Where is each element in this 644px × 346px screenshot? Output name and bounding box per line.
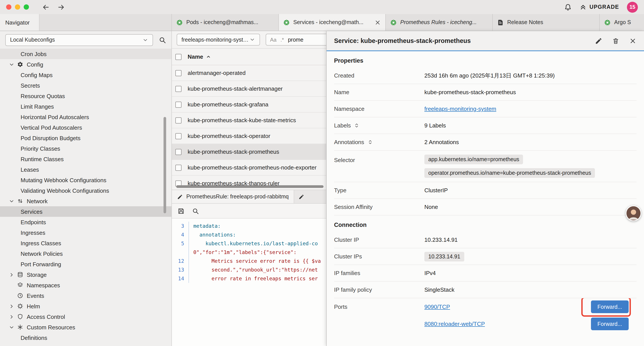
- match-case-toggle[interactable]: Aa: [270, 36, 276, 43]
- sidebar-item-endpoints[interactable]: Endpoints: [0, 217, 172, 227]
- notification-count-badge[interactable]: 15: [627, 1, 638, 12]
- shield-icon: [17, 314, 23, 320]
- sidebar-item-horizontal-pod-autoscalers[interactable]: Horizontal Pod Autoscalers: [0, 112, 172, 122]
- sidebar-item-resource-quotas[interactable]: Resource Quotas: [0, 91, 172, 101]
- table-row[interactable]: kube-prometheus-stack-kube-state-metrics: [172, 113, 326, 128]
- tab-argo[interactable]: Argo S: [600, 14, 644, 31]
- sidebar-item-priority-classes[interactable]: Priority Classes: [0, 143, 172, 154]
- tab-pods[interactable]: Pods - icecheng@mathmas...: [172, 14, 279, 31]
- connection-row-cluster-ips: Cluster IPs 10.233.14.91: [334, 248, 636, 265]
- table-row[interactable]: kube-prometheus-stack-grafana: [172, 97, 326, 113]
- regex-toggle[interactable]: .*: [280, 36, 284, 43]
- namespace-filter-dropdown[interactable]: freeleaps-monitoring-system: [177, 34, 260, 45]
- chevron-right-icon: [9, 272, 14, 278]
- sidebar-item-access-control[interactable]: Access Control: [0, 311, 172, 322]
- tab-bar: Navigator Pods - icecheng@mathmas... Ser…: [0, 14, 644, 31]
- avatar[interactable]: [626, 205, 641, 221]
- sidebar-item-mutating-webhook-configurations[interactable]: Mutating Webhook Configurations: [0, 175, 172, 185]
- sidebar-item-config-maps[interactable]: Config Maps: [0, 70, 172, 80]
- chevron-down-icon: [142, 37, 148, 43]
- port-link-8080[interactable]: 8080:reloader-web/TCP: [424, 321, 591, 327]
- sidebar-item-ingresses[interactable]: Ingresses: [0, 227, 172, 238]
- sidebar-item-validating-webhook-configurations[interactable]: Validating Webhook Configurations: [0, 185, 172, 196]
- row-checkbox[interactable]: [175, 149, 182, 155]
- forward-button-9090[interactable]: Forward...: [591, 301, 629, 313]
- row-checkbox[interactable]: [175, 70, 182, 76]
- sidebar-item-vertical-pod-autoscalers[interactable]: Vertical Pod Autoscalers: [0, 122, 172, 133]
- cluster-ip-badge: 10.233.14.91: [424, 252, 464, 261]
- upgrade-button[interactable]: UPGRADE: [579, 3, 619, 10]
- sidebar-item-namespaces[interactable]: Namespaces: [0, 280, 172, 290]
- sidebar-item-secrets[interactable]: Secrets: [0, 80, 172, 91]
- sidebar-item-services[interactable]: Services: [0, 206, 172, 217]
- property-row-annotations: Annotations 2 Annotations: [334, 134, 636, 151]
- table-body: alertmanager-operated kube-prometheus-st…: [172, 65, 326, 190]
- services-list-panel: freeleaps-monitoring-system Aa .* prome …: [172, 31, 326, 346]
- table-row[interactable]: kube-prometheus-stack-operator: [172, 128, 326, 144]
- tab-release-notes[interactable]: Release Notes: [493, 14, 600, 31]
- sidebar-item-network-policies[interactable]: Network Policies: [0, 248, 172, 259]
- horizontal-scrollbar[interactable]: [176, 185, 324, 188]
- table-row[interactable]: alertmanager-operated: [172, 65, 326, 81]
- close-tab-icon[interactable]: [374, 19, 381, 26]
- sidebar-item-port-forwarding[interactable]: Port Forwarding: [0, 259, 172, 269]
- sort-ascending-icon[interactable]: [206, 54, 212, 59]
- list-search-input[interactable]: Aa .* prome: [266, 34, 326, 45]
- forward-button-8080[interactable]: Forward...: [591, 318, 629, 330]
- tab-prometheus-rules[interactable]: Prometheus Rules - icecheng...: [386, 14, 493, 31]
- forward-arrow-icon[interactable]: [58, 3, 65, 11]
- back-arrow-icon[interactable]: [42, 3, 50, 11]
- sidebar-item-storage[interactable]: Storage: [0, 269, 172, 280]
- sidebar-item-config[interactable]: Config: [0, 59, 172, 70]
- row-checkbox[interactable]: [175, 101, 182, 107]
- close-window-button[interactable]: [6, 4, 12, 10]
- row-checkbox[interactable]: [175, 117, 182, 123]
- sidebar-scrollbar[interactable]: [164, 117, 166, 213]
- port-link-9090[interactable]: 9090/TCP: [424, 304, 591, 310]
- table-row-selected[interactable]: kube-prometheus-stack-prometheus: [172, 144, 326, 160]
- sidebar-item-network[interactable]: Network: [0, 196, 172, 206]
- table-row[interactable]: kube-prometheus-stack-alertmanager: [172, 81, 326, 97]
- save-icon[interactable]: [178, 207, 184, 214]
- table-row[interactable]: kube-prometheus-stack-prometheus-node-ex…: [172, 160, 326, 176]
- select-all-checkbox[interactable]: [175, 54, 182, 60]
- delete-trash-icon[interactable]: [612, 37, 620, 44]
- namespace-link[interactable]: freeleaps-monitoring-system: [424, 106, 496, 112]
- sidebar-item-custom-resources[interactable]: Custom Resources: [0, 322, 172, 333]
- sidebar-item-leases[interactable]: Leases: [0, 164, 172, 175]
- row-checkbox[interactable]: [175, 133, 182, 139]
- expander-icon[interactable]: [367, 139, 373, 145]
- sidebar-item-definitions[interactable]: Definitions: [0, 333, 172, 343]
- pencil-icon: [299, 194, 304, 200]
- tab-services[interactable]: Services - icecheng@math...: [279, 14, 386, 31]
- edit-pencil-icon[interactable]: [595, 37, 602, 44]
- sidebar-item-cron-jobs[interactable]: Cron Jobs: [0, 49, 172, 59]
- close-drawer-icon[interactable]: [629, 37, 636, 44]
- row-checkbox[interactable]: [175, 86, 182, 92]
- dock-tab-partial[interactable]: [294, 190, 326, 203]
- sidebar-item-limit-ranges[interactable]: Limit Ranges: [0, 101, 172, 112]
- sidebar-item-pod-disruption-budgets[interactable]: Pod Disruption Budgets: [0, 133, 172, 143]
- navigator-panel-tab[interactable]: Navigator: [0, 14, 40, 31]
- maximize-window-button[interactable]: [24, 4, 29, 10]
- property-row-created: Created 253d 16h 6m ago (2025年1月13日 GMT+…: [334, 67, 636, 84]
- properties-section-heading: Properties: [334, 51, 636, 67]
- kubeconfig-scope-dropdown[interactable]: Local Kubeconfigs: [5, 34, 153, 46]
- minimize-window-button[interactable]: [15, 4, 20, 10]
- row-checkbox[interactable]: [175, 164, 182, 171]
- notifications-bell-icon[interactable]: [564, 3, 572, 11]
- sidebar-item-ingress-classes[interactable]: Ingress Classes: [0, 238, 172, 248]
- sidebar-item-runtime-classes[interactable]: Runtime Classes: [0, 154, 172, 164]
- sidebar-item-helm[interactable]: Helm: [0, 301, 172, 311]
- name-column-header[interactable]: Name: [188, 53, 203, 60]
- expander-icon[interactable]: [354, 123, 360, 128]
- document-icon: [497, 19, 504, 26]
- navigator-sidebar: Local Kubeconfigs Cron Jobs Config Confi…: [0, 31, 172, 346]
- search-icon[interactable]: [159, 36, 166, 43]
- selector-badge: app.kubernetes.io/name=prometheus: [424, 155, 523, 164]
- search-icon[interactable]: [192, 207, 199, 214]
- dock-tab-prometheusrule[interactable]: PrometheusRule: freeleaps-prod-rabbitmq: [172, 190, 294, 203]
- yaml-editor[interactable]: 3metadata: 4 annotations: 5 kubectl.kube…: [172, 219, 326, 346]
- selector-badge: operator.prometheus.io/name=kube-prometh…: [424, 168, 595, 178]
- sidebar-item-events[interactable]: Events: [0, 290, 172, 301]
